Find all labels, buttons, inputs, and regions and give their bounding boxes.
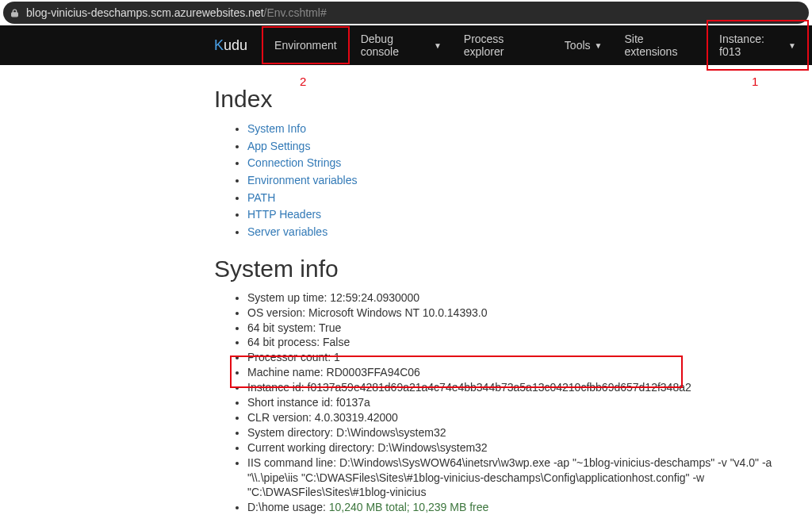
link-app-settings[interactable]: App Settings bbox=[247, 140, 310, 152]
nav-environment[interactable]: Environment bbox=[262, 26, 350, 64]
annotation-1: 1 bbox=[752, 75, 758, 88]
link-http-headers[interactable]: HTTP Headers bbox=[247, 208, 321, 221]
svg-rect-0 bbox=[12, 12, 18, 16]
nav-debug-console[interactable]: Debug console▼ bbox=[350, 21, 453, 69]
nav-tools[interactable]: Tools▼ bbox=[553, 28, 614, 63]
home-usage-value: 10,240 MB total; 10,239 MB free bbox=[329, 501, 489, 513]
chevron-down-icon: ▼ bbox=[788, 41, 796, 50]
nav-site-extensions[interactable]: Site extensions bbox=[613, 21, 707, 69]
list-item: Processor count: 1 bbox=[247, 350, 812, 365]
main-content: Index System Info App Settings Connectio… bbox=[0, 65, 812, 515]
index-links: System Info App Settings Connection Stri… bbox=[247, 121, 812, 241]
list-item: 64 bit process: False bbox=[247, 335, 812, 350]
list-item-instance-id: Instance id: f0137a59e4281d69a21a4c74e4b… bbox=[247, 380, 812, 395]
brand-k: K bbox=[214, 37, 224, 54]
link-system-info[interactable]: System Info bbox=[247, 122, 306, 135]
list-item: D:\home usage: 10,240 MB total; 10,239 M… bbox=[247, 500, 812, 515]
list-item: System up time: 12:59:24.0930000 bbox=[247, 290, 812, 306]
brand-rest: udu bbox=[224, 37, 247, 54]
list-item: 64 bit system: True bbox=[247, 321, 812, 336]
list-item: Short instance id: f0137a bbox=[247, 395, 812, 410]
url-path: /Env.cshtml# bbox=[264, 6, 327, 19]
system-info-heading: System info bbox=[214, 256, 812, 282]
system-info-list: System up time: 12:59:24.0930000 OS vers… bbox=[247, 290, 812, 515]
list-item: OS version: Microsoft Windows NT 10.0.14… bbox=[247, 306, 812, 321]
list-item: System directory: D:\Windows\system32 bbox=[247, 425, 812, 440]
index-heading: Index bbox=[214, 86, 812, 113]
brand[interactable]: Kudu bbox=[214, 37, 247, 54]
list-item: CLR version: 4.0.30319.42000 bbox=[247, 410, 812, 425]
link-environment-variables[interactable]: Environment variables bbox=[247, 174, 358, 186]
navbar: Kudu Environment Debug console▼ Process … bbox=[0, 25, 812, 65]
url-host: blog-vinicius-deschamps.scm.azurewebsite… bbox=[26, 6, 264, 19]
link-path[interactable]: PATH bbox=[247, 191, 275, 204]
link-connection-strings[interactable]: Connection Strings bbox=[247, 156, 341, 169]
nav-instance[interactable]: Instance: f013▼ bbox=[707, 20, 809, 71]
nav-process-explorer[interactable]: Process explorer bbox=[453, 21, 553, 69]
annotation-2: 2 bbox=[300, 75, 306, 88]
list-item: Current working directory: D:\Windows\sy… bbox=[247, 440, 812, 455]
list-item: IIS command line: D:\Windows\SysWOW64\in… bbox=[247, 455, 812, 501]
chevron-down-icon: ▼ bbox=[434, 41, 442, 50]
chevron-down-icon: ▼ bbox=[595, 41, 603, 50]
list-item-machine-name: Machine name: RD0003FFA94C06 bbox=[247, 365, 812, 380]
lock-icon bbox=[10, 8, 20, 18]
link-server-variables[interactable]: Server variables bbox=[247, 225, 327, 238]
url-bar[interactable]: blog-vinicius-deschamps.scm.azurewebsite… bbox=[3, 2, 809, 24]
